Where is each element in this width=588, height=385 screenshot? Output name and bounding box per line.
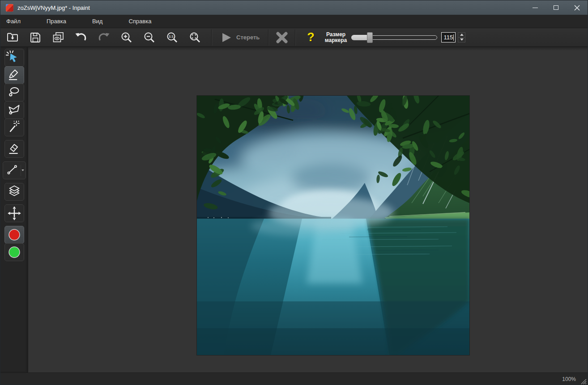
menu-help[interactable]: Справка xyxy=(128,18,151,25)
zoom-in-icon xyxy=(120,31,133,44)
play-icon xyxy=(221,32,232,43)
eraser-icon xyxy=(5,140,24,158)
magic-select-tool[interactable] xyxy=(4,49,24,67)
polygon-lasso-tool[interactable] xyxy=(4,101,24,119)
redo-icon xyxy=(97,31,111,44)
text-caret xyxy=(453,34,454,41)
menu-edit[interactable]: Правка xyxy=(47,18,66,25)
menu-view[interactable]: Вид xyxy=(92,18,103,25)
marker-color-red-tool[interactable] xyxy=(4,226,24,244)
layers-tool[interactable] xyxy=(4,183,24,201)
zoom-in-button[interactable] xyxy=(118,29,135,46)
marker-size-input[interactable]: 115 xyxy=(441,32,456,42)
move-tool[interactable] xyxy=(4,204,24,222)
resize-grip-icon[interactable] xyxy=(579,377,587,385)
tool-sidebar xyxy=(0,47,28,372)
window-controls xyxy=(524,0,588,15)
undo-button[interactable] xyxy=(72,29,89,46)
marker-size-label: Размер маркера xyxy=(325,32,347,43)
save-icon xyxy=(29,31,42,44)
marker-size-value: 115 xyxy=(444,34,453,41)
editor-canvas[interactable] xyxy=(28,47,588,372)
toolbar-separator xyxy=(268,30,269,46)
eraser-tool[interactable] xyxy=(4,140,24,158)
close-icon xyxy=(574,5,580,11)
minimize-button[interactable] xyxy=(524,0,545,15)
toolbar-separator xyxy=(295,30,296,46)
open-image-icon xyxy=(6,31,19,44)
zoom-actual-size-icon: 1:1 xyxy=(166,31,179,44)
marker-size-slider[interactable] xyxy=(351,32,437,43)
red-circle-icon xyxy=(5,226,24,244)
spin-up-button[interactable] xyxy=(458,33,465,38)
svg-text:1:1: 1:1 xyxy=(169,34,173,38)
cancel-icon xyxy=(275,30,289,45)
minimize-icon xyxy=(533,8,538,8)
photo-image[interactable] xyxy=(197,96,469,355)
marker-color-green-tool[interactable] xyxy=(4,243,24,261)
zoom-fit-button[interactable] xyxy=(187,29,204,46)
undo-icon xyxy=(74,31,88,44)
maximize-icon xyxy=(554,5,558,10)
titlebar[interactable]: zoZsWjVNyyM.jpg* - Inpaint xyxy=(0,0,588,15)
zoom-level: 100% xyxy=(562,376,576,382)
magic-wand-tool[interactable] xyxy=(4,118,24,136)
line-tool[interactable] xyxy=(3,161,26,179)
zoom-out-button[interactable] xyxy=(141,29,158,46)
zoom-actual-size-button[interactable]: 1:1 xyxy=(164,29,181,46)
maximize-button[interactable] xyxy=(545,0,567,15)
erase-button[interactable]: Стереть xyxy=(214,32,266,43)
help-button[interactable]: ? xyxy=(304,31,317,44)
magic-wand-icon xyxy=(5,118,24,136)
statusbar: 100% xyxy=(0,372,588,385)
slider-thumb[interactable] xyxy=(367,32,373,43)
save-button[interactable] xyxy=(27,29,44,46)
toolbar: 1:1 Стереть ? Размер маркера xyxy=(0,28,588,47)
zoom-out-icon xyxy=(143,31,156,44)
inpaint-window: zoZsWjVNyyM.jpg* - Inpaint Файл Правка В… xyxy=(0,0,588,385)
preview-icon xyxy=(51,31,65,44)
marker-size-spinners xyxy=(458,32,465,42)
menubar: Файл Правка Вид Справка xyxy=(0,15,588,28)
spin-down-button[interactable] xyxy=(458,38,465,42)
marker-icon xyxy=(5,66,24,84)
app-icon xyxy=(6,4,13,12)
preview-button[interactable] xyxy=(50,29,67,46)
erase-button-label: Стереть xyxy=(236,34,260,41)
move-icon xyxy=(5,204,24,222)
line-icon xyxy=(3,161,26,179)
menu-file[interactable]: Файл xyxy=(6,18,21,25)
spin-down-icon xyxy=(460,38,464,41)
spin-up-icon xyxy=(460,34,464,36)
window-title: zoZsWjVNyyM.jpg* - Inpaint xyxy=(17,4,90,11)
line-tool-dropdown-icon xyxy=(21,169,24,171)
open-image-button[interactable] xyxy=(4,29,21,46)
polygon-lasso-icon xyxy=(5,101,24,119)
lasso-tool[interactable] xyxy=(4,84,24,102)
close-button[interactable] xyxy=(567,0,588,15)
zoom-fit-icon xyxy=(188,31,202,44)
cancel-button[interactable] xyxy=(275,30,289,45)
green-circle-icon xyxy=(5,243,24,261)
redo-button[interactable] xyxy=(95,29,112,46)
marker-tool[interactable] xyxy=(4,66,24,84)
magic-select-icon xyxy=(5,49,24,67)
toolbar-separator xyxy=(211,30,212,46)
lasso-icon xyxy=(5,84,24,102)
layers-icon xyxy=(5,183,24,201)
